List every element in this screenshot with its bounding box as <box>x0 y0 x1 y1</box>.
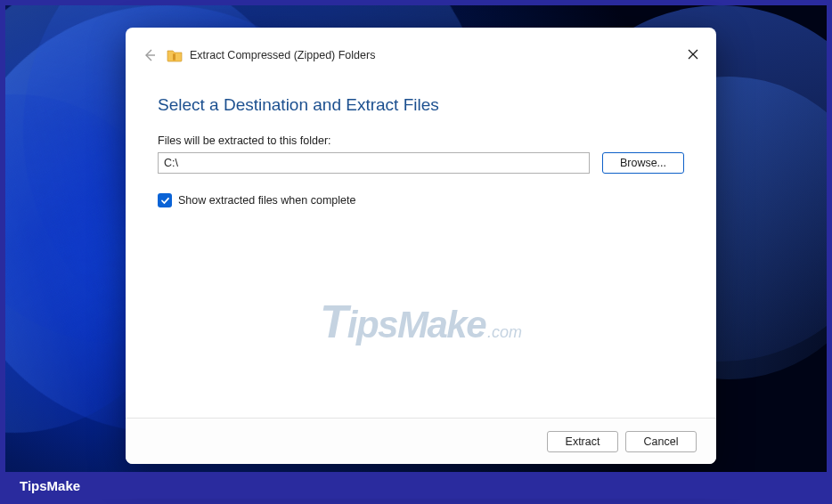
dialog-body: Select a Destination and Extract Files F… <box>126 83 716 418</box>
dialog-title: Extract Compressed (Zipped) Folders <box>190 49 375 61</box>
watermark: TipsMake.com <box>320 295 522 348</box>
zipped-folder-icon <box>167 47 183 63</box>
show-files-checkbox[interactable] <box>158 193 172 207</box>
destination-label: Files will be extracted to this folder: <box>158 134 684 147</box>
cancel-button[interactable]: Cancel <box>625 431 697 452</box>
page-heading: Select a Destination and Extract Files <box>158 95 684 115</box>
show-files-checkbox-label: Show extracted files when complete <box>178 194 355 207</box>
path-row: Browse... <box>158 152 684 174</box>
dialog-header: Extract Compressed (Zipped) Folders <box>126 28 716 83</box>
browse-button[interactable]: Browse... <box>602 152 684 174</box>
source-caption: TipsMake <box>5 472 827 499</box>
close-button[interactable] <box>682 44 704 65</box>
show-files-checkbox-row: Show extracted files when complete <box>158 193 684 207</box>
extract-dialog: Extract Compressed (Zipped) Folders Sele… <box>126 28 716 464</box>
extract-button[interactable]: Extract <box>547 431 618 452</box>
back-arrow-icon[interactable] <box>142 47 158 63</box>
dialog-footer: Extract Cancel <box>126 418 716 464</box>
outer-frame: Extract Compressed (Zipped) Folders Sele… <box>0 0 832 504</box>
destination-path-input[interactable] <box>158 152 590 174</box>
